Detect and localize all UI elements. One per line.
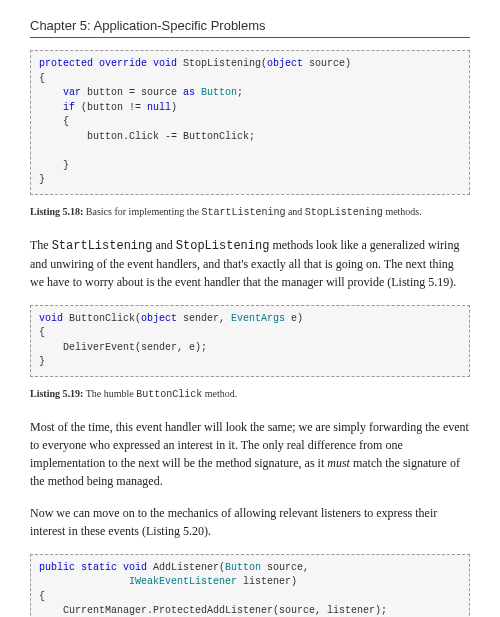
code-text <box>39 576 129 587</box>
caption-label: Listing 5.19: <box>30 388 83 399</box>
paragraph-2: Most of the time, this event handler wil… <box>30 418 470 490</box>
code-text: StopListening( <box>177 58 267 69</box>
caption-label: Listing 5.18: <box>30 206 83 217</box>
code-listing-5-18: protected override void StopListening(ob… <box>30 50 470 195</box>
caption-text: method. <box>202 388 237 399</box>
kw: as <box>183 87 195 98</box>
caption-text: methods. <box>383 206 422 217</box>
code-text: DeliverEvent(sender, e); <box>39 342 207 353</box>
listing-caption-5-19: Listing 5.19: The humble ButtonClick met… <box>30 387 470 402</box>
kw: override <box>99 58 147 69</box>
code-text: sender, <box>177 313 231 324</box>
type: Button <box>225 562 261 573</box>
code-text: { <box>39 591 45 602</box>
kw: public <box>39 562 75 573</box>
kw: null <box>147 102 171 113</box>
code-text: AddListener( <box>147 562 225 573</box>
code-text: e) <box>285 313 303 324</box>
code-text <box>39 87 63 98</box>
kw: object <box>141 313 177 324</box>
code-text: } <box>39 174 45 185</box>
type: Button <box>201 87 237 98</box>
body-text: and <box>152 238 175 252</box>
paragraph-1: The StartListening and StopListening met… <box>30 236 470 291</box>
chapter-header: Chapter 5: Application-Specific Problems <box>30 18 470 38</box>
caption-code: StopListening <box>305 207 383 218</box>
code-text: button = source <box>81 87 183 98</box>
inline-code: StopListening <box>176 239 270 253</box>
code-text <box>39 102 63 113</box>
caption-text: Basics for implementing the <box>83 206 201 217</box>
code-text: (button != <box>75 102 147 113</box>
caption-code: ButtonClick <box>136 389 202 400</box>
code-text: ; <box>237 87 243 98</box>
caption-text: The humble <box>83 388 136 399</box>
kw: void <box>153 58 177 69</box>
paragraph-3: Now we can move on to the mechanics of a… <box>30 504 470 540</box>
kw: protected <box>39 58 93 69</box>
code-listing-5-20: public static void AddListener(Button so… <box>30 554 470 618</box>
code-text: } <box>39 160 69 171</box>
code-text: } <box>39 356 45 367</box>
kw: if <box>63 102 75 113</box>
kw: void <box>39 313 63 324</box>
kw: static <box>81 562 117 573</box>
code-text: { <box>39 116 69 127</box>
code-text: listener) <box>237 576 297 587</box>
code-text: source) <box>303 58 351 69</box>
listing-caption-5-18: Listing 5.18: Basics for implementing th… <box>30 205 470 220</box>
inline-code: StartListening <box>52 239 153 253</box>
emphasis: must <box>327 456 350 470</box>
caption-text: and <box>285 206 304 217</box>
code-text: { <box>39 73 45 84</box>
code-text: ButtonClick( <box>63 313 141 324</box>
kw: void <box>123 562 147 573</box>
body-text: The <box>30 238 52 252</box>
code-text: button.Click -= ButtonClick; <box>39 131 255 142</box>
body-text: Now we can move on to the mechanics of a… <box>30 506 437 538</box>
code-text: { <box>39 327 45 338</box>
kw: var <box>63 87 81 98</box>
type: EventArgs <box>231 313 285 324</box>
code-listing-5-19: void ButtonClick(object sender, EventArg… <box>30 305 470 377</box>
caption-code: StartListening <box>201 207 285 218</box>
kw: object <box>267 58 303 69</box>
type: IWeakEventListener <box>129 576 237 587</box>
code-text: ) <box>171 102 177 113</box>
code-text: CurrentManager.ProtectedAddListener(sour… <box>39 605 387 616</box>
page: Chapter 5: Application-Specific Problems… <box>0 0 500 617</box>
code-text: source, <box>261 562 309 573</box>
